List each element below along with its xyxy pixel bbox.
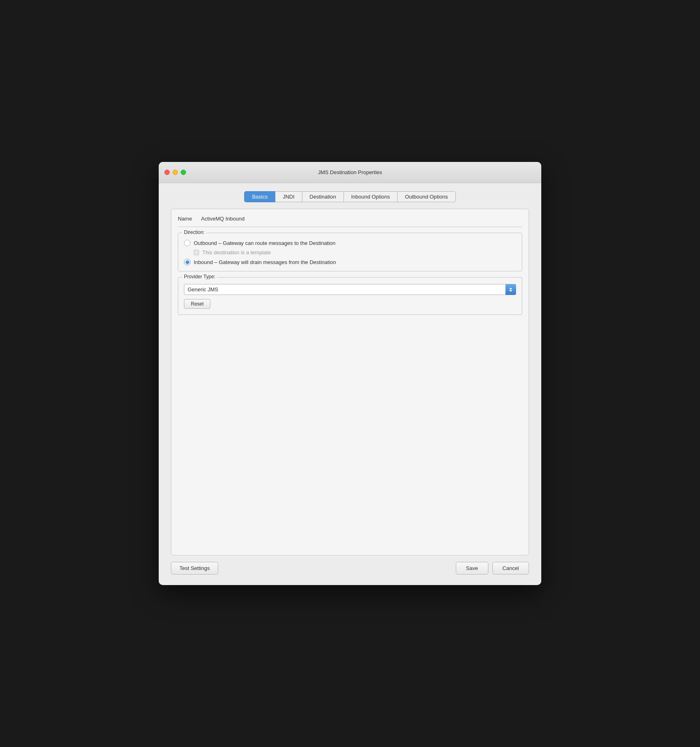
save-button[interactable]: Save xyxy=(456,562,488,574)
radio-inbound-input[interactable] xyxy=(184,259,190,265)
cancel-button[interactable]: Cancel xyxy=(492,562,529,574)
test-settings-button[interactable]: Test Settings xyxy=(171,562,218,574)
name-row: Name ActiveMQ Inbound xyxy=(178,216,522,227)
tab-destination[interactable]: Destination xyxy=(302,191,343,202)
radio-inbound-label: Inbound – Gateway will drain messages fr… xyxy=(194,259,336,265)
provider-legend: Provider Type: xyxy=(182,274,217,280)
tab-inbound-options[interactable]: Inbound Options xyxy=(343,191,397,202)
checkbox-template-input[interactable] xyxy=(194,250,199,255)
name-label: Name xyxy=(178,216,196,222)
checkbox-template[interactable]: This destination is a template xyxy=(194,249,516,256)
radio-group: Outbound – Gateway can route messages to… xyxy=(184,240,516,265)
tab-jndi[interactable]: JNDI xyxy=(275,191,302,202)
checkbox-template-label: This destination is a template xyxy=(202,249,271,256)
close-button[interactable] xyxy=(164,170,170,175)
tab-basics[interactable]: Basics xyxy=(244,191,275,202)
radio-inbound[interactable]: Inbound – Gateway will drain messages fr… xyxy=(184,259,516,265)
traffic-lights xyxy=(164,170,186,175)
reset-button[interactable]: Reset xyxy=(184,299,210,309)
tab-outbound-options[interactable]: Outbound Options xyxy=(397,191,456,202)
maximize-button[interactable] xyxy=(181,170,186,175)
provider-type-group: Provider Type: Generic JMS ActiveMQ WebS… xyxy=(178,277,522,315)
main-panel: Name ActiveMQ Inbound Direction: Outboun… xyxy=(171,209,529,555)
direction-group: Direction: Outbound – Gateway can route … xyxy=(178,233,522,271)
tab-bar: Basics JNDI Destination Inbound Options … xyxy=(171,191,529,202)
window-title: JMS Destination Properties xyxy=(318,169,382,175)
radio-outbound-label: Outbound – Gateway can route messages to… xyxy=(194,240,335,246)
titlebar: JMS Destination Properties xyxy=(159,162,541,183)
minimize-button[interactable] xyxy=(173,170,178,175)
radio-outbound-input[interactable] xyxy=(184,240,190,246)
provider-type-select[interactable]: Generic JMS ActiveMQ WebSphere MQ TIBCO … xyxy=(184,284,516,295)
radio-outbound[interactable]: Outbound – Gateway can route messages to… xyxy=(184,240,516,246)
window-content: Basics JNDI Destination Inbound Options … xyxy=(159,183,541,585)
spacer xyxy=(178,321,522,548)
bottom-right: Save Cancel xyxy=(456,562,529,574)
window: JMS Destination Properties Basics JNDI D… xyxy=(159,162,541,585)
name-value: ActiveMQ Inbound xyxy=(201,216,245,222)
bottom-bar: Test Settings Save Cancel xyxy=(171,555,529,577)
select-wrapper: Generic JMS ActiveMQ WebSphere MQ TIBCO … xyxy=(184,284,516,295)
direction-legend: Direction: xyxy=(182,229,206,235)
